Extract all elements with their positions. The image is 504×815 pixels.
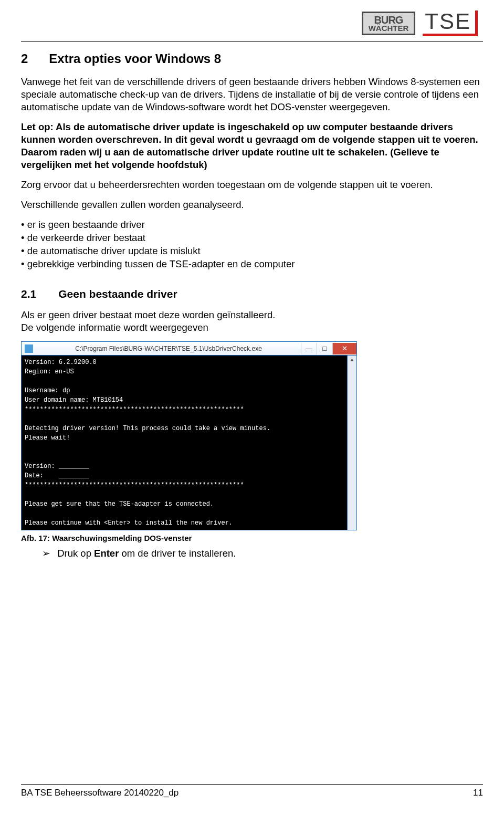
- close-button[interactable]: ✕: [332, 343, 356, 354]
- page-footer: BA TSE Beheerssoftware 20140220_dp 11: [21, 784, 483, 798]
- cmd-icon: [25, 344, 33, 353]
- arrow-icon: ➢: [42, 548, 50, 559]
- section-p2-bold: Let op: Als de automatische driver updat…: [21, 121, 483, 171]
- figure-caption: Afb. 17: Waarschuwingsmelding DOS-venste…: [21, 534, 483, 542]
- subsection-number: 2.1: [21, 288, 36, 300]
- action-instruction: ➢ Druk op Enter om de driver te installe…: [42, 548, 483, 559]
- minimize-button[interactable]: —: [301, 343, 317, 354]
- action-bold: Enter: [94, 548, 119, 559]
- dos-window-path: C:\Program Files\BURG-WACHTER\TSE_5.1\Us…: [36, 345, 301, 352]
- footer-left: BA TSE Beheerssoftware 20140220_dp: [21, 788, 178, 798]
- section-title: Extra opties voor Windows 8: [49, 51, 221, 66]
- footer-divider: [21, 784, 483, 785]
- burg-wachter-logo: BURG WÄCHTER: [362, 12, 416, 36]
- section-heading: 2Extra opties voor Windows 8: [21, 51, 483, 66]
- bullet-item: gebrekkige verbinding tussen de TSE-adap…: [21, 258, 483, 271]
- tse-logo: TSE: [423, 11, 478, 36]
- header-divider: [21, 41, 483, 42]
- section-number: 2: [21, 51, 28, 66]
- bullet-list: er is geen bestaande driver de verkeerde…: [21, 218, 483, 271]
- dos-window: C:\Program Files\BURG-WACHTER\TSE_5.1\Us…: [21, 341, 357, 530]
- section-p1: Vanwege het feit van de verschillende dr…: [21, 76, 483, 113]
- action-pre: Druk op: [57, 548, 94, 559]
- dos-titlebar: C:\Program Files\BURG-WACHTER\TSE_5.1\Us…: [22, 342, 356, 356]
- scroll-up-icon[interactable]: ▲: [350, 356, 355, 363]
- subsection-title: Geen bestaande driver: [58, 288, 177, 300]
- action-post: om de driver te installeren.: [119, 548, 236, 559]
- subsection-heading: 2.1Geen bestaande driver: [21, 288, 483, 300]
- bullet-item: de verkeerde driver bestaat: [21, 232, 483, 245]
- dos-scrollbar[interactable]: ▲: [347, 356, 356, 530]
- section-p4: Verschillende gevallen zullen worden gea…: [21, 198, 483, 211]
- page-number: 11: [473, 788, 483, 798]
- section-p3: Zorg ervoor dat u beheerdersrechten word…: [21, 179, 483, 191]
- bullet-item: de automatische driver update is mislukt: [21, 245, 483, 258]
- logo-line2: WÄCHTER: [369, 25, 409, 32]
- bullet-item: er is geen bestaande driver: [21, 218, 483, 232]
- subsection-p1: Als er geen driver bestaat moet deze wor…: [21, 309, 483, 334]
- dos-console-output: Version: 6.2.9200.0 Region: en-US Userna…: [22, 356, 347, 530]
- header-logos: BURG WÄCHTER TSE: [21, 11, 483, 36]
- maximize-button[interactable]: □: [317, 343, 332, 354]
